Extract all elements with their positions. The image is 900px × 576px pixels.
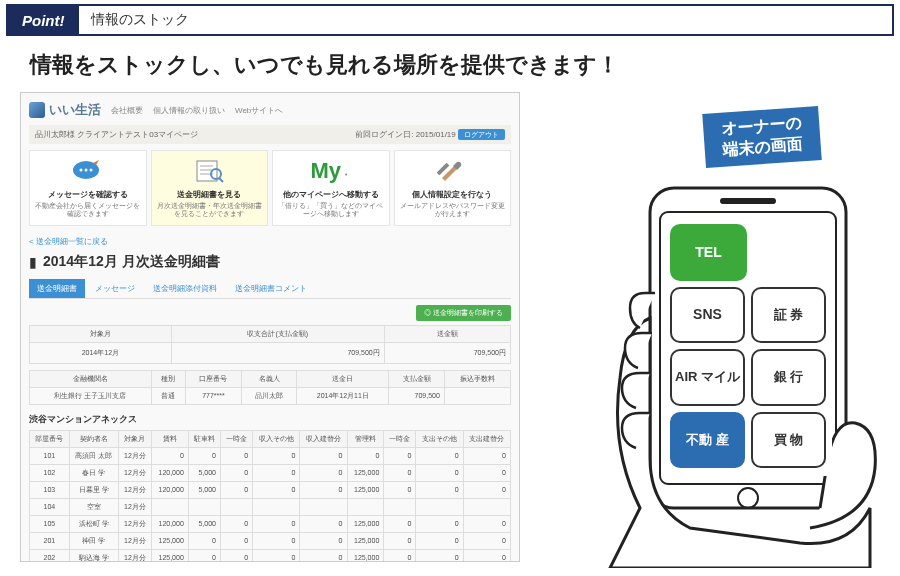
print-button[interactable]: ◎ 送金明細書を印刷する: [416, 305, 511, 321]
col-header: 部屋番号: [30, 430, 70, 447]
cell: 5,000: [188, 515, 220, 532]
tab[interactable]: 送金明細添付資料: [145, 279, 225, 298]
cell: [463, 498, 510, 515]
cell: 0: [253, 532, 300, 549]
cell: 125,000: [347, 549, 384, 562]
headline: 情報をストックし、いつでも見れる場所を提供できます！: [30, 50, 870, 80]
cell: 120,000: [152, 481, 189, 498]
phone-app-realestate[interactable]: 不動 産: [670, 412, 745, 469]
last-login-label: 前回ログイン日:: [355, 130, 413, 139]
phone-app-airmiles[interactable]: AIR マイル: [670, 349, 745, 406]
building-name: 渋谷マンションアネックス: [29, 413, 511, 426]
cell: 0: [416, 515, 463, 532]
cell: 0: [300, 549, 347, 562]
cell: 202: [30, 549, 70, 562]
feature-tile[interactable]: メッセージを確認する 不動産会社から届くメッセージを確認できます: [29, 150, 147, 226]
logout-button[interactable]: ログアウト: [458, 129, 505, 140]
cell: 0: [220, 447, 252, 464]
tile-desc: 不動産会社から届くメッセージを確認できます: [34, 202, 142, 219]
cell: 0: [416, 464, 463, 481]
col-header: 名義人: [241, 370, 297, 387]
cell: 0: [463, 481, 510, 498]
cell: [444, 387, 510, 404]
cell: [300, 498, 347, 515]
col-header: 一時金: [384, 430, 416, 447]
cell: 0: [253, 515, 300, 532]
cell: 駒込海 学: [69, 549, 118, 562]
breadcrumb-back[interactable]: < 送金明細一覧に戻る: [29, 236, 511, 247]
cell: 0: [463, 464, 510, 481]
svg-rect-14: [720, 198, 776, 204]
col-header: 管理料: [347, 430, 384, 447]
phone-screen: TEL SNS 証 券 AIR マイル 銀 行 不動 産 買 物: [664, 216, 832, 476]
detail-table: 部屋番号契約者名対象月賃料駐車料一時金収入その他収入建替分管理料一時金支出その他…: [29, 430, 511, 562]
bank-table: 金融機関名種別口座番号名義人送金日支払金額振込手数料 利生銀行 王子玉川支店普通…: [29, 370, 511, 405]
user-name: 品川太郎様 クライアントテスト03マイページ: [35, 129, 198, 140]
phone-app-tel[interactable]: TEL: [670, 224, 747, 281]
tab[interactable]: 送金明細書: [29, 279, 85, 298]
col-header: 契約者名: [69, 430, 118, 447]
cell: 0: [220, 464, 252, 481]
tab[interactable]: 送金明細書コメント: [227, 279, 315, 298]
cell: 125,000: [347, 481, 384, 498]
cell: 120,000: [152, 464, 189, 481]
col-header: 駐車料: [188, 430, 220, 447]
nav-link[interactable]: 会社概要: [111, 105, 143, 116]
nav-link[interactable]: Webサイトへ: [235, 105, 283, 116]
col-header: 送金額: [384, 325, 510, 342]
cell: 0: [347, 447, 384, 464]
col-header: 収支合計(支払金額): [171, 325, 384, 342]
tools-icon: [399, 157, 507, 185]
table-row: 101高須田 太郎12月分000000000: [30, 447, 511, 464]
document-icon: ▮: [29, 254, 37, 270]
cell: 709,500円: [171, 342, 384, 363]
summary-table: 対象月収支合計(支払金額)送金額 2014年12月709,500円709,500…: [29, 325, 511, 364]
svg-point-3: [89, 169, 92, 172]
cell: 0: [384, 481, 416, 498]
svg-line-9: [219, 178, 223, 182]
phone-app-securities[interactable]: 証 券: [751, 287, 826, 344]
nav-link[interactable]: 個人情報の取り扱い: [153, 105, 225, 116]
cell: 0: [384, 515, 416, 532]
cell: 125,000: [152, 532, 189, 549]
cell: 0: [253, 549, 300, 562]
tile-title: 送金明細書を見る: [156, 189, 264, 200]
cell: 品川太郎: [241, 387, 297, 404]
cell: 0: [384, 549, 416, 562]
user-bar: 品川太郎様 クライアントテスト03マイページ 前回ログイン日: 2015/01/…: [29, 125, 511, 144]
cell: 0: [416, 549, 463, 562]
col-header: 支出その他: [416, 430, 463, 447]
feature-tile[interactable]: 個人情報設定を行なう メールアドレスやパスワード変更が行えます: [394, 150, 512, 226]
feature-tile[interactable]: 送金明細書を見る 月次送金明細書・年次送金明細書を見ることができます: [151, 150, 269, 226]
app-logo-icon: [29, 102, 45, 118]
cell: 12月分: [118, 447, 151, 464]
col-header: 収入その他: [253, 430, 300, 447]
cell: 12月分: [118, 481, 151, 498]
cell: 125,000: [347, 515, 384, 532]
cell: 2014年12月: [30, 342, 172, 363]
tile-title: 個人情報設定を行なう: [399, 189, 507, 200]
tab[interactable]: メッセージ: [87, 279, 143, 298]
table-row: 201神田 学12月分125,0000000125,000000: [30, 532, 511, 549]
cell: 普通: [151, 387, 186, 404]
cell: 0: [253, 464, 300, 481]
phone-app-sns[interactable]: SNS: [670, 287, 745, 344]
phone-app-bank[interactable]: 銀 行: [751, 349, 826, 406]
cell: 0: [300, 515, 347, 532]
col-header: 口座番号: [186, 370, 242, 387]
cell: 0: [220, 549, 252, 562]
page-title: 2014年12月 月次送金明細書: [43, 253, 220, 271]
cell: 春日 学: [69, 464, 118, 481]
cell: 709,500円: [384, 342, 510, 363]
cell: 5,000: [188, 464, 220, 481]
cell: 0: [220, 515, 252, 532]
tile-title: 他のマイページへ移動する: [277, 189, 385, 200]
phone-app-shopping[interactable]: 買 物: [751, 412, 826, 469]
cell: 201: [30, 532, 70, 549]
feature-tile[interactable]: My・ 他のマイページへ移動する 「借りる」「買う」などのマイページへ移動します: [272, 150, 390, 226]
my-icon: My・: [277, 157, 385, 185]
app-logo[interactable]: いい生活: [29, 101, 101, 119]
cell: [152, 498, 189, 515]
cell: 0: [188, 447, 220, 464]
cell: 709,500: [389, 387, 445, 404]
